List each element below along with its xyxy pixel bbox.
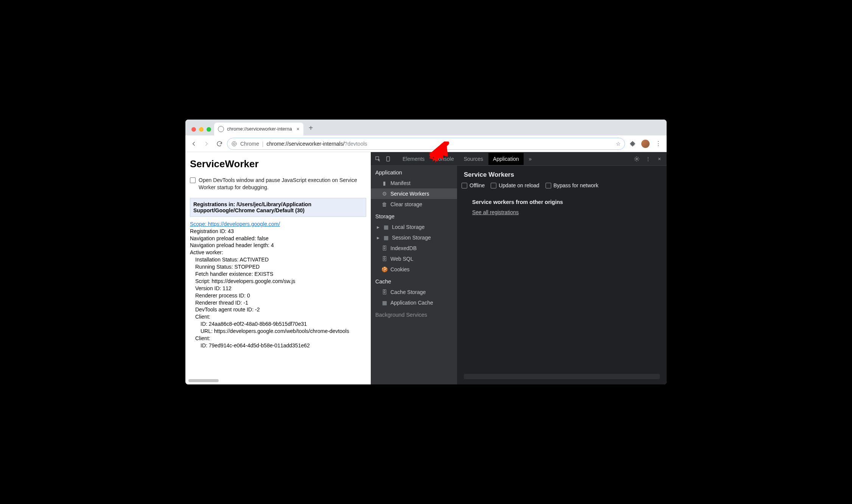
file-icon: ▮ bbox=[381, 180, 387, 186]
client2-label: Client: bbox=[190, 335, 366, 342]
svg-rect-3 bbox=[387, 157, 390, 161]
update-on-reload-label: Update on reload bbox=[499, 182, 539, 188]
omnibox-separator: | bbox=[262, 141, 264, 147]
omnibox-prefix: Chrome bbox=[240, 141, 259, 147]
sidebar-item-session-storage[interactable]: ▸▦Session Storage bbox=[371, 232, 457, 243]
update-on-reload-checkbox[interactable] bbox=[491, 183, 496, 188]
client2-id: ID: 79ed914c-e064-4d5d-b58e-011add351e62 bbox=[190, 342, 366, 349]
registration-id: Registration ID: 43 bbox=[190, 228, 366, 235]
profile-avatar[interactable] bbox=[640, 138, 651, 149]
sw-options: Offline Update on reload Bypass for netw… bbox=[457, 182, 667, 192]
sw-panel-title: Service Workers bbox=[457, 166, 667, 182]
chrome-icon bbox=[231, 141, 237, 147]
browser-menu-button[interactable]: ⋮ bbox=[653, 138, 664, 149]
tabs-overflow[interactable]: » bbox=[524, 153, 536, 165]
chevron-right-icon: ▸ bbox=[376, 224, 380, 230]
registration-details: Scope: https://developers.google.com/ Re… bbox=[190, 221, 366, 349]
tab-application[interactable]: Application bbox=[488, 153, 524, 165]
bypass-network-label: Bypass for network bbox=[553, 182, 599, 188]
devtools-tabbar: Elements Console Sources Application » ⋮… bbox=[371, 152, 667, 166]
tab-elements[interactable]: Elements bbox=[398, 153, 429, 165]
offline-label: Offline bbox=[470, 182, 485, 188]
devtools-route: DevTools agent route ID: -2 bbox=[190, 306, 366, 313]
fetch-handler: Fetch handler existence: EXISTS bbox=[190, 271, 366, 278]
devtools-menu-icon[interactable]: ⋮ bbox=[643, 154, 653, 164]
group-application: Application bbox=[371, 166, 457, 178]
nav-preload-enabled: Navigation preload enabled: false bbox=[190, 235, 366, 242]
database-icon: 🗄 bbox=[381, 289, 387, 295]
minimize-window-button[interactable] bbox=[199, 127, 204, 132]
tab-strip: chrome://serviceworker-interna × + bbox=[185, 120, 667, 135]
renderer-pid: Renderer process ID: 0 bbox=[190, 292, 366, 299]
bookmark-star-icon[interactable]: ☆ bbox=[616, 141, 621, 147]
extensions-icon[interactable] bbox=[627, 138, 638, 149]
close-tab-button[interactable]: × bbox=[297, 126, 300, 132]
svg-point-1 bbox=[233, 143, 235, 145]
sidebar-item-clear-storage[interactable]: 🗑Clear storage bbox=[371, 199, 457, 210]
scope-link[interactable]: Scope: https://developers.google.com/ bbox=[190, 221, 280, 227]
grid-icon: ▦ bbox=[383, 235, 389, 241]
inspect-icon[interactable] bbox=[373, 154, 383, 164]
install-status: Installation Status: ACTIVATED bbox=[190, 256, 366, 263]
panel-scrollbar[interactable] bbox=[464, 374, 660, 379]
sidebar-item-websql[interactable]: 🗄Web SQL bbox=[371, 254, 457, 264]
reload-button[interactable] bbox=[214, 138, 225, 149]
group-storage: Storage bbox=[371, 210, 457, 222]
application-sidebar: Application ▮Manifest ⚙Service Workers 🗑… bbox=[371, 166, 457, 384]
browser-window: chrome://serviceworker-interna × + Chrom… bbox=[185, 120, 667, 384]
running-status: Running Status: STOPPED bbox=[190, 263, 366, 271]
sidebar-item-indexeddb[interactable]: 🗄IndexedDB bbox=[371, 243, 457, 254]
settings-gear-icon[interactable] bbox=[632, 154, 642, 164]
window-controls bbox=[188, 127, 214, 135]
nav-preload-length: Navigation preload header length: 4 bbox=[190, 242, 366, 249]
client1-id: ID: 24aa86c8-e0f2-48a0-8b68-9b515df70e31 bbox=[190, 320, 366, 328]
version-id: Version ID: 112 bbox=[190, 285, 366, 292]
browser-tab[interactable]: chrome://serviceworker-interna × bbox=[214, 123, 303, 135]
service-workers-panel: Service Workers Offline Update on reload… bbox=[457, 166, 667, 384]
database-icon: 🗄 bbox=[381, 256, 387, 262]
gear-icon: ⚙ bbox=[381, 191, 387, 197]
omnibox-url: chrome://serviceworker-internals/?devtoo… bbox=[266, 141, 367, 147]
svg-point-4 bbox=[636, 158, 637, 160]
page-title: ServiceWorker bbox=[190, 158, 366, 170]
back-button[interactable] bbox=[188, 138, 199, 149]
devtools-panel: Elements Console Sources Application » ⋮… bbox=[371, 152, 667, 384]
sidebar-item-application-cache[interactable]: ▦Application Cache bbox=[371, 297, 457, 308]
bypass-network-checkbox[interactable] bbox=[546, 183, 551, 188]
close-window-button[interactable] bbox=[191, 127, 196, 132]
sidebar-item-local-storage[interactable]: ▸▦Local Storage bbox=[371, 222, 457, 232]
tab-console[interactable]: Console bbox=[430, 153, 458, 165]
group-cache: Cache bbox=[371, 275, 457, 287]
offline-checkbox[interactable] bbox=[462, 183, 467, 188]
chevron-right-icon: ▸ bbox=[376, 235, 380, 241]
debug-checkbox-label: Open DevTools window and pause JavaScrip… bbox=[199, 177, 366, 191]
see-all-registrations-link[interactable]: See all registrations bbox=[472, 209, 519, 215]
sidebar-item-cookies[interactable]: 🍪Cookies bbox=[371, 264, 457, 275]
cookie-icon: 🍪 bbox=[381, 266, 387, 272]
address-bar[interactable]: Chrome | chrome://serviceworker-internal… bbox=[227, 138, 625, 150]
sidebar-item-manifest[interactable]: ▮Manifest bbox=[371, 178, 457, 188]
devtools-close-icon[interactable]: × bbox=[655, 154, 664, 164]
active-worker-label: Active worker: bbox=[190, 249, 366, 256]
forward-button[interactable] bbox=[201, 138, 212, 149]
device-icon[interactable] bbox=[384, 154, 393, 164]
registrations-header: Registrations in: /Users/jec/Library/App… bbox=[190, 198, 366, 217]
client1-url: URL: https://developers.google.com/web/t… bbox=[190, 328, 366, 335]
sidebar-item-service-workers[interactable]: ⚙Service Workers bbox=[371, 188, 457, 199]
debug-checkbox[interactable] bbox=[190, 177, 196, 183]
sw-other-origins-title: Service workers from other origins bbox=[472, 199, 660, 205]
page-content: ServiceWorker Open DevTools window and p… bbox=[185, 152, 371, 384]
script-url: Script: https://developers.google.com/sw… bbox=[190, 278, 366, 285]
tab-sources[interactable]: Sources bbox=[459, 153, 488, 165]
renderer-tid: Renderer thread ID: -1 bbox=[190, 299, 366, 306]
tab-title: chrome://serviceworker-interna bbox=[227, 126, 292, 132]
globe-icon bbox=[218, 126, 224, 132]
svg-point-0 bbox=[232, 142, 236, 146]
horizontal-scrollbar[interactable] bbox=[188, 379, 219, 382]
maximize-window-button[interactable] bbox=[207, 127, 211, 132]
grid-icon: ▦ bbox=[383, 224, 389, 230]
trash-icon: 🗑 bbox=[381, 201, 387, 207]
new-tab-button[interactable]: + bbox=[303, 124, 319, 135]
sidebar-item-cache-storage[interactable]: 🗄Cache Storage bbox=[371, 287, 457, 297]
client-label: Client: bbox=[190, 313, 366, 320]
